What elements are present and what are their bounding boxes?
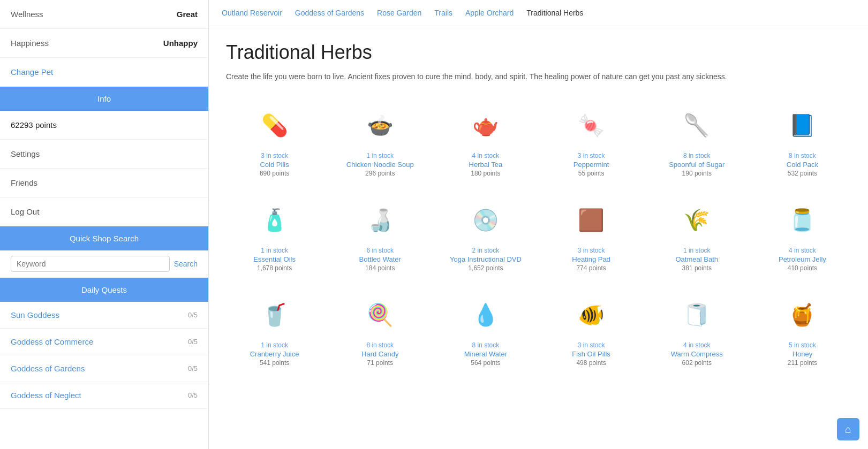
product-name: Heating Pad — [572, 255, 610, 263]
product-card[interactable]: 🌾 1 in stock Oatmeal Bath 381 points — [648, 192, 745, 278]
tab-rose-garden[interactable]: Rose Garden — [377, 9, 421, 17]
content-area: Traditional Herbs Create the life you we… — [209, 26, 868, 449]
product-icon: 🌾 — [675, 199, 718, 241]
product-card[interactable]: 💧 8 in stock Mineral Water 564 points — [437, 287, 534, 373]
product-card[interactable]: 🍲 1 in stock Chicken Noodle Soup 296 poi… — [331, 97, 428, 184]
page-title: Traditional Herbs — [226, 41, 851, 64]
quest-goddess-neglect[interactable]: Goddess of Neglect 0/5 — [0, 382, 208, 409]
product-icon: 💿 — [464, 199, 507, 241]
product-stock: 5 in stock — [789, 341, 816, 349]
product-stock: 4 in stock — [789, 247, 816, 254]
settings-link[interactable]: Settings — [0, 140, 208, 169]
product-card[interactable]: 🥄 8 in stock Spoonful of Sugar 190 point… — [648, 97, 745, 184]
product-points: 532 points — [788, 170, 817, 177]
happiness-value: Unhappy — [163, 39, 198, 48]
product-points: 602 points — [682, 359, 712, 367]
product-icon: 🍶 — [359, 199, 402, 241]
product-card[interactable]: 🥤 1 in stock Cranberry Juice 541 points — [226, 287, 323, 373]
product-stock: 4 in stock — [472, 152, 500, 159]
product-points: 690 points — [260, 170, 289, 177]
page-description: Create the life you were born to live. A… — [226, 71, 851, 82]
product-card[interactable]: 🍭 8 in stock Hard Candy 71 points — [331, 287, 428, 373]
quest-progress: 0/5 — [188, 391, 198, 399]
quest-name: Goddess of Gardens — [11, 364, 85, 373]
change-pet-link[interactable]: Change Pet — [0, 58, 208, 87]
product-stock: 1 in stock — [261, 247, 288, 254]
tab-traditional-herbs[interactable]: Traditional Herbs — [526, 9, 583, 17]
product-name: Bottled Water — [359, 255, 401, 263]
product-stock: 3 in stock — [578, 341, 605, 349]
product-stock: 8 in stock — [472, 341, 500, 349]
product-name: Oatmeal Bath — [675, 255, 718, 263]
product-stock: 8 in stock — [366, 341, 394, 349]
info-button[interactable]: Info — [0, 87, 208, 111]
product-name: Honey — [792, 350, 813, 358]
product-name: Petroleum Jelly — [779, 255, 826, 263]
product-name: Fish Oil Pills — [572, 350, 610, 358]
product-name: Yoga Instructional DVD — [450, 255, 522, 263]
quest-sun-goddess[interactable]: Sun Goddess 0/5 — [0, 302, 208, 329]
product-icon: 🫙 — [781, 199, 824, 241]
product-card[interactable]: 🧴 1 in stock Essential Oils 1,678 points — [226, 192, 323, 278]
product-icon: 🟫 — [570, 199, 613, 241]
product-icon: 🥄 — [675, 104, 718, 147]
product-icon: 🧻 — [675, 293, 718, 336]
product-card[interactable]: 🍶 6 in stock Bottled Water 184 points — [331, 192, 428, 278]
product-icon: 🍭 — [359, 293, 402, 336]
product-icon: 🥤 — [253, 293, 296, 336]
quest-name: Goddess of Neglect — [11, 391, 81, 400]
product-points: 190 points — [682, 170, 712, 177]
product-card[interactable]: 💊 3 in stock Cold Pills 690 points — [226, 97, 323, 184]
quick-shop-button[interactable]: Quick Shop Search — [0, 226, 208, 250]
product-card[interactable]: 💿 2 in stock Yoga Instructional DVD 1,65… — [437, 192, 534, 278]
product-points: 774 points — [576, 264, 606, 272]
product-icon: 🍯 — [781, 293, 824, 336]
product-stock: 4 in stock — [683, 341, 711, 349]
product-icon: 🍬 — [570, 104, 613, 147]
product-stock: 1 in stock — [261, 341, 288, 349]
nav-tabs: Outland Reservoir Goddess of Gardens Ros… — [209, 0, 868, 26]
tab-apple-orchard[interactable]: Apple Orchard — [465, 9, 514, 17]
product-card[interactable]: 🧻 4 in stock Warm Compress 602 points — [648, 287, 745, 373]
search-input[interactable] — [11, 256, 170, 272]
tab-goddess-of-gardens[interactable]: Goddess of Gardens — [295, 9, 364, 17]
quest-goddess-gardens[interactable]: Goddess of Gardens 0/5 — [0, 355, 208, 382]
product-card[interactable]: 🫖 4 in stock Herbal Tea 180 points — [437, 97, 534, 184]
product-card[interactable]: 🍯 5 in stock Honey 211 points — [754, 287, 851, 373]
tab-outland-reservoir[interactable]: Outland Reservoir — [222, 9, 282, 17]
product-name: Warm Compress — [671, 350, 723, 358]
product-points: 498 points — [576, 359, 606, 367]
products-grid: 💊 3 in stock Cold Pills 690 points 🍲 1 i… — [226, 97, 851, 373]
product-points: 296 points — [365, 170, 395, 177]
product-card[interactable]: 🟫 3 in stock Heating Pad 774 points — [543, 192, 640, 278]
product-name: Peppermint — [573, 161, 609, 169]
quest-progress: 0/5 — [188, 338, 198, 346]
product-points: 381 points — [682, 264, 712, 272]
search-button[interactable]: Search — [174, 260, 198, 268]
sidebar: Wellness Great Happiness Unhappy Change … — [0, 0, 209, 449]
logout-link[interactable]: Log Out — [0, 197, 208, 226]
product-stock: 1 in stock — [366, 152, 394, 159]
daily-quests-button[interactable]: Daily Quests — [0, 278, 208, 302]
quest-progress: 0/5 — [188, 364, 198, 372]
product-card[interactable]: 🍬 3 in stock Peppermint 55 points — [543, 97, 640, 184]
product-icon: 🍲 — [359, 104, 402, 147]
friends-link[interactable]: Friends — [0, 169, 208, 197]
product-name: Cranberry Juice — [250, 350, 299, 358]
home-button[interactable]: ⌂ — [837, 418, 859, 440]
tab-trails[interactable]: Trails — [434, 9, 452, 17]
wellness-value: Great — [177, 10, 198, 19]
quest-goddess-commerce[interactable]: Goddess of Commerce 0/5 — [0, 329, 208, 355]
product-stock: 6 in stock — [366, 247, 394, 254]
product-points: 1,678 points — [257, 264, 292, 272]
product-name: Essential Oils — [253, 255, 296, 263]
wellness-row: Wellness Great — [0, 0, 208, 29]
product-points: 1,652 points — [468, 264, 503, 272]
product-name: Chicken Noodle Soup — [346, 161, 414, 169]
product-card[interactable]: 🫙 4 in stock Petroleum Jelly 410 points — [754, 192, 851, 278]
happiness-row: Happiness Unhappy — [0, 29, 208, 58]
product-card[interactable]: 🐠 3 in stock Fish Oil Pills 498 points — [543, 287, 640, 373]
product-stock: 3 in stock — [578, 152, 605, 159]
product-icon: 🐠 — [570, 293, 613, 336]
product-card[interactable]: 📘 8 in stock Cold Pack 532 points — [754, 97, 851, 184]
